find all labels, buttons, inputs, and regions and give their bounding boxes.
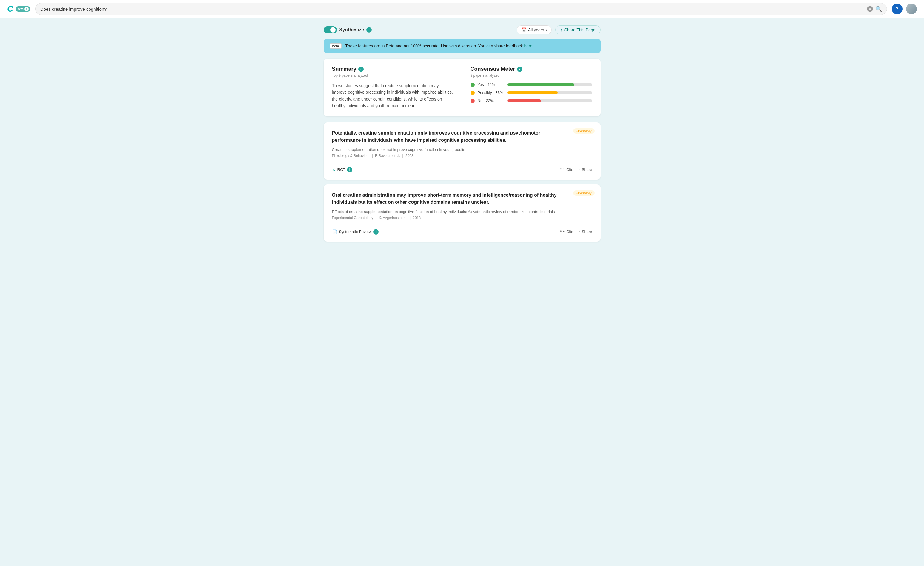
- meta-separator2: |: [410, 216, 411, 220]
- paper-type-info-icon[interactable]: i: [373, 229, 379, 234]
- paper-type-label: RCT: [338, 167, 345, 172]
- meter-bar-fill: [507, 91, 558, 94]
- paper-card: +Possibly Potentially, creatine suppleme…: [324, 122, 601, 180]
- paper-divider: [332, 224, 592, 224]
- paper-tag: +Possibly: [573, 191, 595, 196]
- share-button[interactable]: ↑ Share: [578, 229, 592, 234]
- paper-footer: 📄 Systematic Review i ❝❝ Cite ↑ Share: [332, 229, 592, 234]
- year-filter-button[interactable]: 📅 All years ▾: [517, 26, 552, 34]
- help-button[interactable]: ?: [892, 4, 903, 14]
- meter-row: Yes - 44%: [471, 83, 592, 87]
- avatar[interactable]: [906, 4, 917, 14]
- feedback-link[interactable]: here: [524, 44, 532, 48]
- paper-actions: ❝❝ Cite ↑ Share: [560, 229, 592, 234]
- meter-label: Possibly - 33%: [478, 90, 504, 95]
- paper-footer: ✕ RCT i ❝❝ Cite ↑ Share: [332, 167, 592, 173]
- rct-icon: ✕: [332, 167, 336, 172]
- beta-banner: beta These features are in Beta and not …: [324, 39, 601, 53]
- controls-right: 📅 All years ▾ ↑ Share This Page: [517, 26, 601, 34]
- share-button[interactable]: ↑ Share: [578, 167, 592, 172]
- meter-dot: [471, 99, 475, 103]
- beta-count: 1: [24, 7, 28, 11]
- cite-button[interactable]: ❝❝ Cite: [560, 229, 573, 234]
- paper-card: +Possibly Oral creatine administration m…: [324, 185, 601, 242]
- meta-separator2: |: [402, 154, 404, 158]
- paper-authors: E.Rawson et al.: [375, 154, 400, 158]
- paper-cards-container: +Possibly Potentially, creatine suppleme…: [324, 122, 601, 242]
- share-label: Share: [582, 167, 592, 172]
- meter-bar-bg: [507, 99, 592, 102]
- share-action-icon: ↑: [578, 167, 580, 172]
- header-right: ?: [892, 4, 917, 14]
- synthesize-info-icon[interactable]: i: [366, 27, 372, 33]
- avatar-image: [906, 4, 917, 14]
- paper-type-badge: ✕ RCT i: [332, 167, 352, 173]
- logo-icon: C: [7, 4, 13, 14]
- meter-bar-bg: [507, 83, 592, 86]
- paper-year: 2018: [412, 216, 421, 220]
- sysrev-icon: 📄: [332, 230, 337, 234]
- share-action-icon: ↑: [578, 229, 580, 234]
- paper-subtitle: Effects of creatine supplementation on c…: [332, 209, 592, 214]
- synthesize-toggle[interactable]: [324, 26, 337, 33]
- paper-title: Oral creatine administration may improve…: [332, 192, 592, 206]
- summary-info-icon[interactable]: i: [358, 66, 364, 72]
- search-submit-button[interactable]: 🔍: [875, 6, 882, 12]
- meter-row: Possibly - 33%: [471, 90, 592, 95]
- header: C beta 1 × 🔍 ?: [0, 0, 924, 18]
- meter-dot: [471, 83, 475, 87]
- meter-bar-fill: [507, 99, 541, 102]
- consensus-info-icon[interactable]: i: [517, 66, 522, 72]
- beta-label: beta: [17, 8, 24, 11]
- cite-label: Cite: [566, 230, 573, 234]
- summary-title: Summary i: [332, 66, 453, 72]
- meter-label: Yes - 44%: [478, 83, 504, 87]
- paper-type-badge: 📄 Systematic Review i: [332, 229, 379, 234]
- share-label: Share: [582, 230, 592, 234]
- meta-separator: |: [376, 216, 377, 220]
- paper-meta: Physiology & Behaviour | E.Rawson et al.…: [332, 154, 592, 158]
- search-clear-button[interactable]: ×: [867, 6, 873, 12]
- consensus-meter-rows: Yes - 44% Possibly - 33% No - 22%: [471, 83, 592, 103]
- meter-bar-bg: [507, 91, 592, 94]
- share-icon: ↑: [560, 27, 562, 32]
- cite-icon: ❝❝: [560, 167, 565, 173]
- synthesize-toggle-group: Synthesize i: [324, 26, 372, 33]
- paper-year: 2008: [405, 154, 414, 158]
- beta-banner-text: These features are in Beta and not 100% …: [345, 44, 534, 48]
- consensus-header: Consensus Meter i 9 papers analyzed ≡: [471, 66, 592, 83]
- meter-label: No - 22%: [478, 99, 504, 103]
- controls-row: Synthesize i 📅 All years ▾ ↑ Share This …: [324, 26, 601, 34]
- paper-title: Potentially, creatine supplementation on…: [332, 129, 592, 144]
- cite-button[interactable]: ❝❝ Cite: [560, 167, 573, 173]
- meter-row: No - 22%: [471, 99, 592, 103]
- paper-type-label: Systematic Review: [339, 230, 372, 234]
- search-bar: × 🔍: [35, 3, 887, 15]
- beta-banner-badge: beta: [330, 43, 342, 49]
- share-page-label: Share This Page: [564, 27, 595, 32]
- year-filter-label: All years: [528, 27, 544, 32]
- main-content: Synthesize i 📅 All years ▾ ↑ Share This …: [319, 18, 605, 254]
- paper-subtitle: Creatine supplementation does not improv…: [332, 147, 592, 152]
- search-icon: 🔍: [875, 6, 882, 12]
- summary-pane: Summary i Top 9 papers analyzed These st…: [324, 59, 462, 116]
- summary-text: These studies suggest that creatine supp…: [332, 83, 453, 109]
- calendar-icon: 📅: [521, 27, 526, 32]
- share-page-button[interactable]: ↑ Share This Page: [555, 26, 600, 34]
- paper-journal: Experimental Gerontology: [332, 216, 374, 220]
- chevron-down-icon: ▾: [546, 29, 547, 32]
- paper-type-info-icon[interactable]: i: [347, 167, 352, 173]
- cite-icon: ❝❝: [560, 229, 565, 234]
- logo: C beta 1: [7, 4, 30, 14]
- paper-actions: ❝❝ Cite ↑ Share: [560, 167, 592, 173]
- paper-journal: Physiology & Behaviour: [332, 154, 370, 158]
- search-input[interactable]: [40, 7, 865, 12]
- meter-bar-fill: [507, 83, 574, 86]
- consensus-pane: Consensus Meter i 9 papers analyzed ≡ Ye…: [462, 59, 601, 116]
- synthesize-label: Synthesize: [339, 27, 364, 33]
- toggle-knob: [330, 27, 336, 33]
- paper-divider: [332, 162, 592, 162]
- consensus-filter-icon[interactable]: ≡: [589, 66, 592, 72]
- paper-tag: +Possibly: [573, 128, 595, 134]
- meter-dot: [471, 91, 475, 95]
